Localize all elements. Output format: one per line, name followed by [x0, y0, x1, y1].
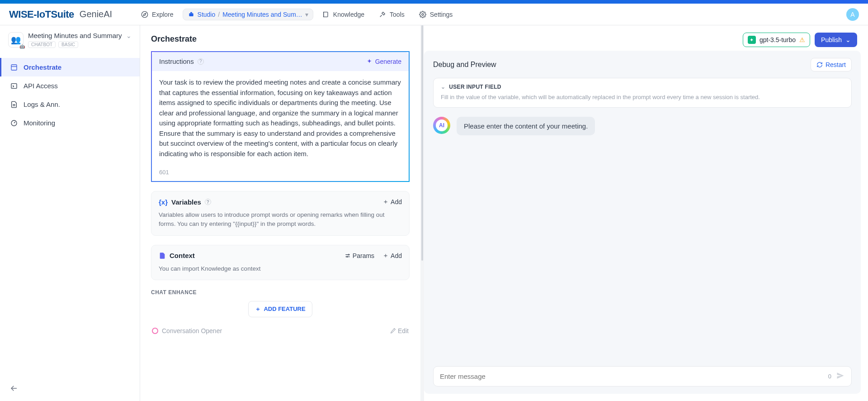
sidebar-item-label: Orchestrate — [24, 63, 61, 71]
tag-chatbot: CHATBOT — [28, 41, 56, 48]
svg-point-0 — [142, 11, 147, 17]
chevron-down-icon: ⌄ — [441, 84, 445, 90]
primary-nav: Explore Studio / Meeting Minutes and Sum… — [136, 8, 841, 21]
robot-icon — [188, 11, 195, 18]
conversation-opener-row: Conversation Opener Edit — [151, 324, 410, 338]
nav-settings-label: Settings — [430, 11, 453, 18]
user-avatar[interactable]: A — [846, 8, 859, 21]
variables-card: {x} Variables ? ＋ Add Variables allow us… — [151, 191, 410, 236]
app-emoji-icon: 👥🤖 — [8, 32, 24, 48]
refresh-icon — [816, 62, 823, 68]
help-icon[interactable]: ? — [205, 199, 211, 205]
chevron-down-icon[interactable]: ⌄ — [126, 32, 132, 39]
svg-point-9 — [347, 256, 348, 257]
restart-button[interactable]: Restart — [811, 58, 852, 72]
top-accent-bar — [0, 0, 868, 4]
publish-button[interactable]: Publish ⌄ — [815, 33, 857, 47]
collapse-icon — [10, 384, 18, 392]
nav-explore-label: Explore — [152, 11, 173, 18]
sidebar-item-orchestrate[interactable]: Orchestrate — [0, 58, 140, 76]
plus-icon: ＋ — [382, 198, 389, 206]
plus-icon: ＋ — [382, 252, 389, 260]
nav-settings[interactable]: Settings — [414, 8, 458, 21]
svg-rect-6 — [11, 83, 17, 88]
svg-marker-1 — [143, 13, 146, 15]
add-feature-button[interactable]: ＋ ADD FEATURE — [248, 301, 312, 317]
sidebar: 👥🤖 Meeting Minutes and Summary ⌄ CHATBOT… — [0, 25, 140, 401]
generate-button[interactable]: Generate — [366, 58, 401, 65]
orchestrate-column: Orchestrate Instructions ? Generate Your… — [140, 25, 420, 401]
edit-opener-button[interactable]: Edit — [390, 327, 409, 334]
preview-title: Debug and Preview — [433, 61, 496, 69]
model-name: gpt-3.5-turbo — [760, 36, 796, 43]
ai-avatar-icon: AI — [433, 117, 450, 134]
vertical-scrollbar[interactable] — [420, 25, 424, 401]
sidebar-collapse-button[interactable] — [0, 377, 140, 401]
add-variable-button[interactable]: ＋ Add — [382, 198, 402, 206]
sparkle-icon — [366, 58, 373, 65]
compass-icon — [141, 11, 148, 18]
variables-description: Variables allow users to introduce promp… — [159, 210, 402, 229]
app-header: WISE-IoTSuite GenieAI Explore Studio / M… — [0, 4, 868, 25]
svg-rect-2 — [189, 13, 193, 16]
nav-studio-label: Studio — [198, 11, 216, 18]
preview-column: ✦ gpt-3.5-turbo ⚠ Publish ⌄ Debug and Pr… — [424, 25, 868, 401]
context-card: Context Params ＋ Add You can import Know… — [151, 245, 410, 280]
ring-icon — [152, 328, 158, 334]
svg-rect-3 — [190, 12, 192, 13]
nav-knowledge[interactable]: Knowledge — [317, 8, 370, 21]
message-composer: 0 — [433, 366, 852, 387]
braces-icon: {x} — [159, 198, 168, 206]
svg-point-4 — [422, 14, 424, 15]
message-input[interactable] — [440, 372, 824, 380]
chevron-down-icon: ⌄ — [845, 36, 851, 43]
send-icon — [836, 371, 845, 380]
chat-message-row: AI Please enter the content of your meet… — [433, 117, 852, 135]
user-input-title: USER INPUT FIELD — [449, 84, 501, 90]
brand-main: WISE-IoTSuite — [9, 9, 74, 20]
nav-explore[interactable]: Explore — [136, 8, 179, 21]
nav-tools-label: Tools — [390, 11, 405, 18]
nav-breadcrumb-label: Meeting Minutes and Sum… — [222, 11, 302, 18]
book-icon — [322, 11, 330, 18]
sidebar-item-monitoring[interactable]: Monitoring — [0, 114, 140, 132]
sidebar-item-api-access[interactable]: API Access — [0, 76, 140, 95]
plus-icon: ＋ — [255, 305, 261, 313]
sidebar-title: Meeting Minutes and Summary — [28, 32, 123, 39]
svg-point-8 — [348, 254, 349, 255]
conversation-opener-label: Conversation Opener — [162, 327, 222, 334]
model-selector[interactable]: ✦ gpt-3.5-turbo ⚠ — [743, 33, 810, 47]
sidebar-item-logs[interactable]: Logs & Ann. — [0, 95, 140, 114]
openai-icon: ✦ — [748, 36, 756, 44]
sliders-icon — [344, 253, 351, 259]
context-description: You can import Knowledge as context — [159, 264, 402, 273]
chat-enhance-label: CHAT ENHANCE — [151, 289, 410, 296]
svg-rect-5 — [11, 65, 17, 70]
sidebar-item-label: Logs & Ann. — [24, 100, 60, 108]
send-button[interactable] — [836, 371, 845, 382]
context-title: Context — [170, 252, 195, 259]
gauge-icon — [10, 119, 18, 127]
hammer-icon — [379, 11, 386, 18]
nav-tools[interactable]: Tools — [373, 8, 410, 21]
pencil-icon — [390, 328, 396, 334]
instructions-textarea[interactable]: Your task is to review the provided meet… — [159, 77, 401, 159]
page-title: Orchestrate — [151, 34, 197, 44]
char-count: 601 — [152, 165, 409, 181]
breadcrumb-separator: / — [218, 11, 220, 18]
user-input-description: Fill in the value of the variable, which… — [441, 93, 844, 102]
help-icon[interactable]: ? — [198, 58, 204, 65]
document-icon — [10, 101, 18, 108]
sidebar-item-label: API Access — [24, 82, 58, 90]
user-input-field-card[interactable]: ⌄ USER INPUT FIELD Fill in the value of … — [433, 78, 852, 108]
context-params-button[interactable]: Params — [344, 252, 374, 260]
nav-studio-breadcrumb[interactable]: Studio / Meeting Minutes and Sum… ▾ — [183, 9, 313, 20]
terminal-icon — [10, 82, 18, 90]
gear-icon — [419, 11, 426, 18]
sidebar-item-label: Monitoring — [24, 119, 55, 127]
add-context-button[interactable]: ＋ Add — [382, 252, 402, 260]
file-icon — [159, 252, 166, 259]
warning-icon: ⚠ — [799, 36, 805, 43]
chevron-down-icon: ▾ — [305, 11, 308, 18]
tag-basic: BASIC — [58, 41, 78, 48]
